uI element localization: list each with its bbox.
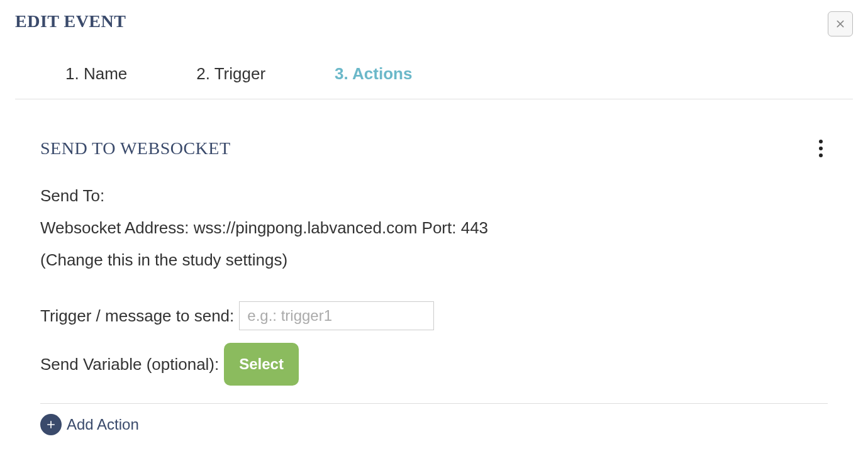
add-action-label: Add Action <box>67 416 139 433</box>
websocket-port-value: 443 <box>461 218 488 237</box>
step-actions[interactable]: 3. Actions <box>335 64 412 84</box>
websocket-address-line: Websocket Address: wss://pingpong.labvan… <box>40 216 828 240</box>
kebab-icon <box>819 140 823 143</box>
step-trigger[interactable]: 2. Trigger <box>196 64 265 84</box>
websocket-address-label: Websocket Address: <box>40 218 189 237</box>
send-to-label: Send To: <box>40 184 828 208</box>
close-icon <box>834 18 847 30</box>
plus-icon <box>40 414 62 435</box>
websocket-note: (Change this in the study settings) <box>40 248 828 272</box>
trigger-input[interactable] <box>239 301 434 330</box>
divider <box>40 403 828 404</box>
dialog-title: EDIT EVENT <box>15 11 126 31</box>
websocket-address-value: wss://pingpong.labvanced.com <box>194 218 418 237</box>
kebab-icon <box>819 147 823 150</box>
kebab-icon <box>819 153 823 157</box>
step-nav: 1. Name 2. Trigger 3. Actions <box>15 36 853 99</box>
close-button[interactable] <box>828 11 853 36</box>
action-menu-button[interactable] <box>814 137 828 160</box>
select-variable-button[interactable]: Select <box>224 343 299 386</box>
websocket-port-label: Port: <box>422 218 457 237</box>
action-title: SEND TO WEBSOCKET <box>40 138 231 159</box>
trigger-label: Trigger / message to send: <box>40 306 234 326</box>
action-block: SEND TO WEBSOCKET Send To: Websocket Add… <box>40 137 828 435</box>
step-name[interactable]: 1. Name <box>65 64 127 84</box>
send-variable-label: Send Variable (optional): <box>40 355 219 374</box>
add-action-button[interactable]: Add Action <box>40 414 828 435</box>
